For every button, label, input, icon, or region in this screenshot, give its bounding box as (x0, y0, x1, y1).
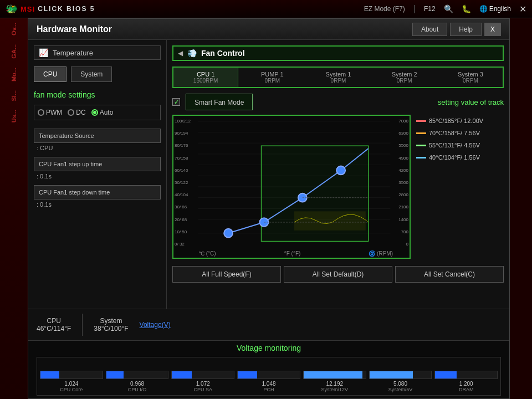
globe-icon: 🌐 (479, 5, 488, 13)
voltage-item-system5v: 5.080 System/5V (369, 360, 432, 392)
ez-mode-label[interactable]: EZ Mode (F7) (364, 5, 405, 13)
legend-item-70: 70°C/158°F/ 7.56V (416, 130, 483, 136)
cpu-temp-reading: CPU 46°C/114°F (37, 317, 71, 332)
cpu-temp-button[interactable]: CPU (34, 66, 66, 82)
side-nav-mo[interactable]: Mo... (11, 63, 17, 86)
voltage-value-cpu-io: 0.968 (130, 381, 144, 387)
voltage-item-dram: 1.200 DRAM (434, 360, 498, 392)
fan-panel-header: ◀ 💨 Fan Control (172, 45, 504, 61)
voltage-bar-system12v (303, 371, 366, 379)
voltage-bar-cpu-io (106, 371, 169, 379)
fan-tab-cpu1[interactable]: CPU 1 1500RPM (173, 68, 238, 87)
smart-fan-row: ✓ Smart Fan Mode setting value of track (172, 94, 504, 110)
fan-tab-system1[interactable]: System 1 0RPM (306, 68, 370, 87)
pwm-radio[interactable]: PWM (38, 109, 62, 116)
language-label: English (489, 5, 511, 13)
voltage-item-system12v: 12.192 System/12V (303, 360, 366, 392)
side-nav-us[interactable]: Us... (11, 105, 17, 127)
chart-icon: 📈 (39, 48, 48, 57)
smart-fan-checkbox[interactable]: ✓ (172, 98, 180, 106)
side-nav: Ov... GA... Mo... SI... Us... (0, 18, 28, 399)
side-nav-ov[interactable]: Ov... (11, 18, 17, 40)
top-section: 📈 Temperature CPU System fan mode settin… (28, 40, 509, 309)
arrow-left-icon[interactable]: ◀ (178, 49, 183, 57)
legend-item-85: 85°C/185°F/ 12.00V (416, 117, 483, 124)
search-icon[interactable]: 🔍 (444, 4, 453, 13)
dc-radio-circle (68, 109, 74, 116)
language-selector[interactable]: 🌐 English (479, 5, 511, 13)
dc-radio[interactable]: DC (68, 109, 85, 116)
system2-tab-rpm: 0RPM (375, 78, 434, 84)
all-set-default-button[interactable]: All Set Default(D) (284, 266, 392, 283)
fan-mode-options: PWM DC Auto (34, 105, 161, 120)
app-title: CLICK BIOS 5 (38, 5, 95, 13)
fan-tab-system3[interactable]: System 3 0RPM (438, 68, 503, 87)
voltage-value-system12v: 12.192 (326, 381, 343, 387)
auto-label: Auto (100, 109, 114, 116)
voltage-bar-cpu-sa (171, 371, 234, 379)
temp-source-button[interactable]: Temperature Source (34, 129, 161, 143)
legend-color-70 (416, 132, 426, 134)
about-button[interactable]: About (412, 23, 447, 36)
top-close-button[interactable]: ✕ (519, 4, 526, 14)
dc-label: DC (76, 109, 85, 116)
smart-fan-label: Smart Fan Mode (195, 99, 244, 106)
temp-panel-title: Temperature (53, 49, 93, 57)
chart-area-wrapper: 100/212 90/194 80/176 70/158 60/140 50/1… (172, 115, 504, 263)
voltage-link[interactable]: Voltage(V) (140, 321, 171, 329)
voltage-value-system5v: 5.080 (393, 381, 407, 387)
top-bar: 🐲 MSI CLICK BIOS 5 EZ Mode (F7) | F12 🔍 … (0, 0, 532, 18)
voltage-fill-cpu-io (106, 371, 124, 378)
pump1-tab-rpm: 0RPM (243, 78, 301, 84)
fan-tab-pump1[interactable]: PUMP 1 0RPM (240, 68, 304, 87)
voltage-value-dram: 1.200 (459, 381, 473, 387)
help-button[interactable]: Help (450, 23, 482, 36)
voltage-label-dram: DRAM (459, 387, 474, 392)
fan-tab-system2[interactable]: System 2 0RPM (372, 68, 437, 87)
side-nav-si[interactable]: SI... (11, 86, 17, 106)
legend-color-40 (416, 157, 426, 158)
window-close-button[interactable]: X (484, 23, 501, 36)
fan-curve-chart[interactable]: 100/212 90/194 80/176 70/158 60/140 50/1… (172, 115, 411, 259)
voltage-value-pch: 1.048 (262, 381, 276, 387)
fan-action-buttons: All Full Speed(F) All Set Default(D) All… (172, 266, 504, 283)
separator-icon: | (413, 4, 416, 14)
setting-value-title: setting value of track (438, 98, 504, 106)
all-set-cancel-button[interactable]: All Set Cancel(C) (395, 266, 504, 283)
side-nav-ga[interactable]: GA... (11, 40, 17, 63)
voltage-value-cpu-sa: 1.072 (196, 381, 210, 387)
system-temp-value: 38°C/100°F (94, 325, 128, 332)
cpu-temp-label: CPU (47, 317, 60, 325)
system2-tab-label: System 2 (392, 71, 417, 78)
legend-item-40: 40°C/104°F/ 1.56V (416, 154, 483, 161)
step-down-button[interactable]: CPU Fan1 step down time (34, 185, 161, 200)
fan-panel-title: Fan Control (201, 49, 245, 58)
voltage-fill-cpu-core (40, 371, 59, 378)
auto-radio[interactable]: Auto (91, 109, 114, 116)
voltage-label-system12v: System/12V (321, 387, 348, 392)
voltage-item-pch: 1.048 PCH (237, 360, 300, 392)
step-up-button[interactable]: CPU Fan1 step up time (34, 157, 161, 171)
f12-button[interactable]: F12 (424, 5, 436, 13)
all-full-speed-button[interactable]: All Full Speed(F) (172, 266, 281, 283)
fan-icon: 💨 (187, 49, 197, 58)
fan-mode-title: fan mode settings (34, 90, 161, 99)
voltage-fill-cpu-sa (172, 371, 192, 378)
voltage-label-cpu-io: CPU I/O (128, 387, 147, 392)
cpu1-tab-rpm: 1500RPM (176, 78, 235, 84)
voltage-value-cpu-core: 1.024 (64, 381, 78, 387)
main-window: Hardware Monitor About Help X 📈 Temperat… (28, 18, 510, 399)
voltage-label-pch: PCH (264, 387, 274, 392)
curve-point-1 (224, 229, 233, 238)
fan-mode-section: fan mode settings PWM DC (34, 90, 161, 208)
voltage-title: Voltage monitoring (37, 344, 501, 352)
voltage-item-cpu-core: 1.024 CPU Core (40, 360, 103, 392)
system-temp-label: System (100, 317, 122, 325)
fan-curve-svg (173, 116, 410, 258)
system-temp-button[interactable]: System (71, 66, 112, 82)
voltage-fill-system12v (304, 371, 362, 378)
bug-icon[interactable]: 🐛 (462, 4, 471, 13)
voltage-bar-pch (237, 371, 300, 379)
voltage-item-cpu-io: 0.968 CPU I/O (106, 360, 169, 392)
voltage-label-cpu-core: CPU Core (60, 387, 83, 392)
